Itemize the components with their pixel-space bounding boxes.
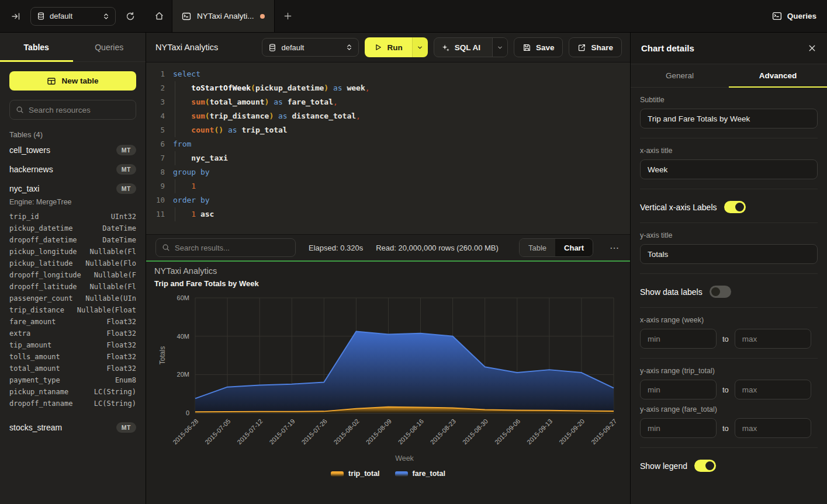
show-legend-row: Show legend: [640, 456, 818, 481]
y-range-fare-min-input[interactable]: [640, 418, 717, 438]
terminal-window-icon: [182, 12, 191, 21]
unsaved-dot: [260, 14, 265, 19]
x-range-label: x-axis range (week): [640, 316, 818, 324]
column-type: Nullable(Fl: [90, 246, 136, 258]
column-name: fare_amount: [9, 316, 56, 328]
panel-body: Subtitle x-axis title Vertical x-axis La…: [631, 88, 827, 481]
x-range-group: x-axis range (week) to: [640, 316, 818, 359]
home-button[interactable]: [146, 0, 172, 32]
collapse-sidebar-button[interactable]: [7, 8, 25, 25]
x-range-max-input[interactable]: [735, 329, 811, 349]
save-button[interactable]: Save: [514, 37, 563, 57]
results-search[interactable]: [155, 238, 296, 257]
y-range-trip-label: y-axis range (trip_total): [640, 367, 818, 375]
vertical-x-axis-labels-toggle[interactable]: [724, 201, 746, 213]
panel-tab-general[interactable]: General: [631, 64, 729, 87]
table-item-nyc_taxi[interactable]: nyc_taxiMT: [0, 179, 146, 198]
database-selector[interactable]: default: [262, 38, 359, 57]
line-content: nyc_taxi: [165, 151, 228, 165]
code-line: 4 sum(trip_distance) as distance_total,: [146, 109, 630, 123]
view-toggle-chart[interactable]: Chart: [555, 239, 593, 256]
database-selector[interactable]: default: [30, 7, 116, 26]
x-axis-title-label: x-axis title: [640, 147, 818, 155]
svg-text:NYTaxi Analytics: NYTaxi Analytics: [154, 266, 217, 276]
subtitle-input[interactable]: [640, 109, 818, 128]
y-axis-title-group: y-axis title: [640, 231, 818, 274]
line-number: 3: [146, 95, 165, 109]
run-options-caret[interactable]: [412, 37, 428, 57]
table-item-stocks_stream[interactable]: stocks_streamMT: [0, 418, 146, 437]
subtitle-group: Subtitle: [640, 96, 818, 138]
panel-title: Chart details: [641, 43, 694, 53]
table-item-cell_towers[interactable]: cell_towersMT: [0, 140, 146, 159]
show-legend-toggle[interactable]: [694, 460, 716, 472]
area-chart[interactable]: NYTaxi AnalyticsTrip and Fare Totals by …: [146, 262, 630, 504]
column-row: pickup_datetimeDateTime: [9, 223, 136, 234]
sql-ai-caret[interactable]: [492, 38, 507, 57]
legend-item-trip_total[interactable]: trip_total: [331, 470, 379, 478]
more-options-button[interactable]: ⋯: [606, 242, 623, 253]
sidebar-tab-tables[interactable]: Tables: [0, 33, 73, 61]
line-content: 1: [165, 179, 196, 193]
sidebar-search-input[interactable]: [29, 106, 132, 114]
run-button-main[interactable]: Run: [365, 37, 411, 57]
y-axis-title-input[interactable]: [640, 244, 818, 264]
sql-ai-main[interactable]: SQL AI: [434, 38, 487, 57]
share-button[interactable]: Share: [569, 37, 622, 57]
column-row: trip_idUInt32: [9, 211, 136, 223]
search-icon: [16, 106, 24, 114]
line-content: from: [165, 137, 191, 151]
results-search-input[interactable]: [175, 244, 289, 252]
sql-editor[interactable]: 1select2 toStartOfWeek(pickup_datetime) …: [146, 62, 630, 234]
engine-badge: MT: [116, 164, 136, 175]
toolbar-actions: default Run: [262, 37, 622, 57]
panel-tab-advanced[interactable]: Advanced: [729, 64, 827, 87]
show-data-labels-toggle[interactable]: [710, 286, 731, 298]
sql-ai-button[interactable]: SQL AI: [434, 37, 508, 57]
new-table-button[interactable]: New table: [9, 71, 136, 91]
indent-guide: [175, 207, 175, 221]
tables-section-label: Tables (4): [0, 128, 146, 140]
column-name: pickup_ntaname: [9, 386, 68, 398]
column-name: tip_amount: [9, 339, 51, 351]
legend-item-fare_total[interactable]: fare_total: [395, 470, 445, 478]
engine-label: Engine: MergeTree: [0, 198, 146, 210]
y-range-trip-min-input[interactable]: [640, 380, 717, 399]
chevron-down-icon: [497, 44, 503, 51]
code-line: 1select: [146, 67, 630, 81]
chevron-updown-icon: [346, 43, 352, 51]
sidebar-tab-queries[interactable]: Queries: [73, 33, 146, 61]
x-axis-tick-label: 2015-07-26: [300, 418, 328, 446]
table-item-hackernews[interactable]: hackernewsMT: [0, 159, 146, 179]
tab-strip: NYTaxi Analyti...: [146, 0, 772, 32]
new-tab-button[interactable]: [275, 0, 302, 32]
column-name: pickup_longitude: [9, 246, 77, 258]
x-range-min-input[interactable]: [640, 329, 717, 349]
column-row: payment_typeEnum8: [9, 374, 136, 386]
sidebar-search[interactable]: [9, 100, 136, 120]
x-axis-tick-label: 2015-08-16: [397, 418, 425, 446]
y-range-fare-max-input[interactable]: [735, 418, 811, 438]
code-line: 9 1: [146, 179, 630, 193]
toggle-knob: [711, 287, 720, 296]
column-type: Nullable(Flo: [85, 258, 136, 269]
line-number: 4: [146, 109, 165, 123]
x-axis-title-input[interactable]: [640, 159, 818, 179]
line-number: 8: [146, 165, 165, 179]
refresh-button[interactable]: [122, 8, 139, 25]
column-type: Nullable(UIn: [85, 293, 136, 304]
table-name: cell_towers: [9, 145, 50, 155]
line-number: 9: [146, 179, 165, 193]
svg-text:Week: Week: [395, 454, 414, 463]
tab-nytaxi-analytics[interactable]: NYTaxi Analyti...: [172, 0, 275, 32]
column-type: Float32: [106, 339, 136, 351]
database-selector-value: default: [281, 43, 341, 52]
close-panel-button[interactable]: [808, 44, 816, 53]
y-range-trip-max-input[interactable]: [735, 380, 811, 399]
queries-button[interactable]: Queries: [772, 11, 816, 21]
run-button[interactable]: Run: [365, 37, 427, 57]
arrow-to-bar-icon: [11, 12, 20, 21]
x-axis-tick-label: 2015-08-09: [365, 418, 393, 446]
x-axis-tick-label: 2015-08-30: [461, 418, 489, 446]
view-toggle-table[interactable]: Table: [520, 239, 555, 256]
